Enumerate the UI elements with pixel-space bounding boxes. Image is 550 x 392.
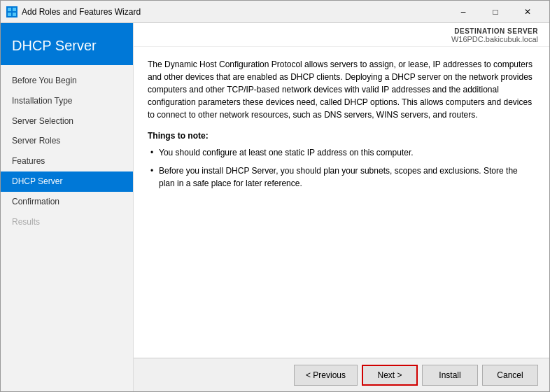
- footer: < Previous Next > Install Cancel: [134, 358, 549, 391]
- right-panel: DESTINATION SERVER W16PDC.bakicubuk.loca…: [134, 23, 549, 391]
- sidebar: DHCP Server Before You Begin Installatio…: [1, 23, 134, 391]
- sidebar-item-dhcp-server[interactable]: DHCP Server: [1, 172, 133, 192]
- destination-label: DESTINATION SERVER: [145, 27, 538, 35]
- install-button[interactable]: Install: [422, 365, 478, 386]
- svg-rect-2: [8, 13, 11, 16]
- main-content: The Dynamic Host Configuration Protocol …: [134, 47, 549, 358]
- title-bar: Add Roles and Features Wizard – □ ✕: [1, 1, 549, 23]
- minimize-button[interactable]: –: [447, 1, 479, 23]
- sidebar-item-server-selection[interactable]: Server Selection: [1, 111, 133, 132]
- destination-value: W16PDC.bakicubuk.local: [145, 35, 538, 43]
- svg-rect-1: [13, 8, 16, 11]
- sidebar-item-features[interactable]: Features: [1, 151, 133, 172]
- things-to-note-label: Things to note:: [148, 131, 535, 141]
- previous-button[interactable]: < Previous: [294, 365, 358, 386]
- description-text: The Dynamic Host Configuration Protocol …: [148, 58, 535, 121]
- window-title: Add Roles and Features Wizard: [22, 7, 447, 17]
- close-button[interactable]: ✕: [512, 1, 544, 23]
- svg-rect-3: [13, 13, 16, 16]
- sidebar-item-confirmation[interactable]: Confirmation: [1, 192, 133, 212]
- destination-server-info: DESTINATION SERVER W16PDC.bakicubuk.loca…: [134, 23, 549, 47]
- svg-rect-0: [8, 8, 11, 11]
- content-area: DHCP Server Before You Begin Installatio…: [1, 23, 549, 391]
- sidebar-item-server-roles[interactable]: Server Roles: [1, 131, 133, 151]
- window-controls: – □ ✕: [447, 1, 544, 23]
- bullet-item-2: Before you install DHCP Server, you shou…: [148, 164, 535, 190]
- sidebar-header: DHCP Server: [1, 23, 133, 65]
- wizard-window: Add Roles and Features Wizard – □ ✕ DHCP…: [0, 0, 550, 392]
- cancel-button[interactable]: Cancel: [482, 365, 538, 386]
- sidebar-item-before-you-begin[interactable]: Before You Begin: [1, 71, 133, 91]
- window-icon: [6, 6, 17, 18]
- bullet-list: You should configure at least one static…: [148, 146, 535, 190]
- sidebar-item-results: Results: [1, 212, 133, 232]
- page-body: The Dynamic Host Configuration Protocol …: [134, 47, 549, 358]
- sidebar-item-installation-type[interactable]: Installation Type: [1, 91, 133, 111]
- bullet-item-1: You should configure at least one static…: [148, 146, 535, 159]
- maximize-button[interactable]: □: [479, 1, 512, 23]
- next-button[interactable]: Next >: [362, 365, 418, 386]
- sidebar-nav: Before You Begin Installation Type Serve…: [1, 65, 133, 391]
